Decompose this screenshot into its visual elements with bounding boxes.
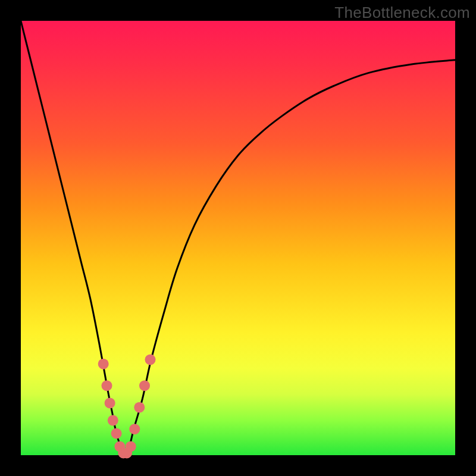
plot-area bbox=[21, 21, 455, 455]
marker-dot bbox=[105, 397, 115, 408]
watermark-text: TheBottleneck.com bbox=[334, 4, 470, 22]
marker-dot bbox=[129, 424, 140, 434]
marker-dot bbox=[139, 380, 150, 391]
marker-dot bbox=[98, 359, 109, 369]
bottleneck-curve bbox=[21, 21, 455, 455]
marker-dot bbox=[126, 441, 136, 452]
marker-dot bbox=[102, 380, 112, 391]
marker-dot bbox=[134, 402, 145, 413]
marker-dot bbox=[111, 428, 122, 439]
marker-dot bbox=[145, 354, 156, 365]
curve-markers bbox=[98, 354, 156, 458]
marker-dot bbox=[108, 415, 118, 426]
chart-frame: TheBottleneck.com bbox=[0, 0, 476, 476]
curve-path bbox=[21, 21, 455, 455]
curve-svg bbox=[21, 21, 455, 455]
